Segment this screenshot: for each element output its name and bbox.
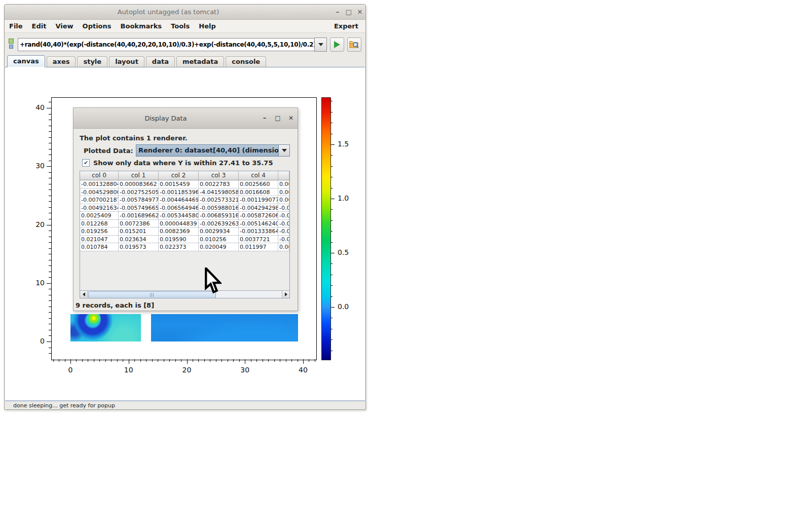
table-cell: 0.022373: [159, 243, 199, 251]
plot-canvas[interactable]: 0102030400102030400.00.51.01.5 Display D…: [5, 67, 365, 401]
column-header[interactable]: col 0: [80, 171, 119, 180]
tab-metadata[interactable]: metadata: [176, 56, 224, 67]
datasource-icon: [9, 38, 16, 51]
table-cell: 0.00: [278, 188, 289, 197]
table-row[interactable]: -0.007002187...-0.005784977...-0.0044644…: [80, 196, 289, 204]
table-header-row: col 0col 1col 2col 3col 4: [80, 171, 289, 180]
green-square-icon: [9, 39, 14, 44]
colorbar-tick-label: 1.0: [338, 194, 349, 202]
table-row[interactable]: -0.001328804...0.0000836620.00154590.002…: [80, 180, 289, 188]
table-cell: 0.000083662: [119, 180, 159, 188]
table-row[interactable]: 0.0107840.0195730.0223730.0200490.011997…: [80, 243, 289, 251]
table-row[interactable]: -0.004529800...-0.002752505...-0.0011853…: [80, 188, 289, 197]
data-table[interactable]: col 0col 1col 2col 3col 4 -0.001328804..…: [80, 171, 290, 298]
table-cell: 0.0025409: [80, 212, 119, 220]
table-cell: -0.005988016...: [199, 204, 239, 212]
go-button[interactable]: [330, 37, 344, 52]
table-cell: 0.0016608: [239, 188, 278, 197]
y-major-tick: [47, 341, 51, 342]
window-titlebar[interactable]: Autoplot untagged (as tomcat) – □ ✕: [5, 5, 365, 20]
table-cell: -0.004529800...: [80, 188, 119, 197]
expert-menu[interactable]: Expert: [327, 22, 365, 30]
plotted-data-select[interactable]: Renderer 0: dataset[40,40] (dimension...: [136, 144, 290, 157]
tab-bar: canvas axes style layout data metadata c…: [5, 56, 365, 67]
window-title: Autoplot untagged (as tomcat): [5, 8, 332, 16]
table-cell: -0.005784977...: [119, 196, 159, 204]
y-major-tick: [47, 283, 51, 284]
chevron-down-icon: [282, 149, 287, 152]
filter-label: Show only data where Y is within 27.41 t…: [93, 159, 273, 167]
table-cell: 0.021047: [80, 236, 119, 244]
table-cell: 0.012268: [80, 220, 119, 228]
menu-view[interactable]: View: [51, 22, 78, 30]
table-cell: -0.005872606...: [239, 212, 278, 220]
table-cell: 0.00: [278, 243, 289, 251]
menu-bookmarks[interactable]: Bookmarks: [116, 22, 167, 30]
tab-axes[interactable]: axes: [47, 56, 76, 67]
table-row[interactable]: -0.004921634...-0.005749665...-0.0065649…: [80, 204, 289, 212]
horizontal-scrollbar[interactable]: [80, 290, 289, 298]
table-cell: -0.0: [278, 236, 289, 244]
table-row[interactable]: 0.0210470.0236340.0195900.0102560.003772…: [80, 236, 289, 244]
uri-input[interactable]: +rand(40,40)*(exp(-distance(40,40,20,20,…: [18, 38, 314, 51]
menu-bar: File Edit View Options Bookmarks Tools H…: [5, 20, 365, 33]
close-icon[interactable]: ✕: [354, 8, 365, 16]
colorbar-major-tick: [330, 307, 335, 308]
table-cell: -0.004921634...: [80, 204, 119, 212]
table-cell: 0.00: [278, 180, 289, 188]
status-bar: done sleeping... get ready for popup: [5, 401, 365, 409]
menu-file[interactable]: File: [5, 22, 27, 30]
tab-style[interactable]: style: [77, 56, 107, 67]
table-cell: 0.019573: [119, 243, 159, 251]
column-header[interactable]: [278, 171, 289, 180]
inspect-uri-button[interactable]: [347, 37, 361, 52]
menu-help[interactable]: Help: [194, 22, 220, 30]
dialog-maximize-icon[interactable]: □: [271, 115, 284, 122]
table-cell: 0.019256: [80, 227, 119, 236]
scrollbar-thumb[interactable]: [88, 291, 216, 298]
table-cell: -0.007002187...: [80, 196, 119, 204]
table-cell: 0.0072386: [119, 220, 159, 228]
table-row[interactable]: 0.0122680.00723860.000044839-0.002639263…: [80, 220, 289, 228]
column-header[interactable]: col 2: [159, 171, 199, 180]
table-cell: -0.001185396...: [159, 188, 199, 197]
column-header[interactable]: col 4: [239, 171, 278, 180]
minimize-icon[interactable]: –: [332, 8, 343, 16]
dialog-title: Display Data: [73, 115, 258, 122]
dialog-titlebar[interactable]: Display Data – □ ✕: [73, 108, 298, 129]
y-tick-label: 0: [27, 337, 45, 345]
records-summary: 9 records, each is [8]: [76, 301, 154, 309]
table-cell: 0.0029934: [199, 227, 239, 236]
table-cell: -0.004294298...: [239, 204, 278, 212]
scroll-left-button[interactable]: [80, 291, 88, 298]
tab-layout[interactable]: layout: [109, 56, 144, 67]
tab-console[interactable]: console: [226, 56, 266, 67]
status-text: done sleeping... get ready for popup: [13, 402, 115, 409]
x-tick-label: 10: [122, 366, 136, 374]
x-tick-label: 40: [296, 366, 310, 374]
table-cell: 0.000044839: [159, 220, 199, 228]
table-row[interactable]: 0.0025409-0.001689662...-0.005344580...-…: [80, 212, 289, 220]
maximize-icon[interactable]: □: [343, 8, 354, 16]
checkmark-icon: ✔: [84, 160, 88, 166]
uri-dropdown-button[interactable]: [314, 37, 327, 52]
tab-data[interactable]: data: [146, 56, 175, 67]
menu-edit[interactable]: Edit: [27, 22, 51, 30]
column-header[interactable]: col 3: [199, 171, 239, 180]
dialog-minimize-icon[interactable]: –: [258, 115, 271, 122]
arrow-right-icon: [285, 292, 287, 296]
menu-options[interactable]: Options: [78, 22, 116, 30]
table-cell: 0.0037721: [239, 236, 278, 244]
tab-canvas[interactable]: canvas: [7, 55, 45, 67]
renderer-count-text: The plot contains 1 renderer.: [80, 134, 188, 142]
column-header[interactable]: col 1: [119, 171, 159, 180]
blue-square-icon: [9, 45, 13, 49]
menu-tools[interactable]: Tools: [166, 22, 194, 30]
filter-checkbox[interactable]: ✔: [82, 159, 90, 167]
play-icon: [334, 41, 340, 48]
select-dropdown-button[interactable]: [278, 145, 289, 156]
plotted-data-label: Plotted Data:: [84, 147, 133, 155]
table-row[interactable]: 0.0192560.0152010.00823690.0029934-0.001…: [80, 227, 289, 236]
dialog-close-icon[interactable]: ✕: [284, 115, 298, 122]
scroll-right-button[interactable]: [282, 291, 289, 298]
